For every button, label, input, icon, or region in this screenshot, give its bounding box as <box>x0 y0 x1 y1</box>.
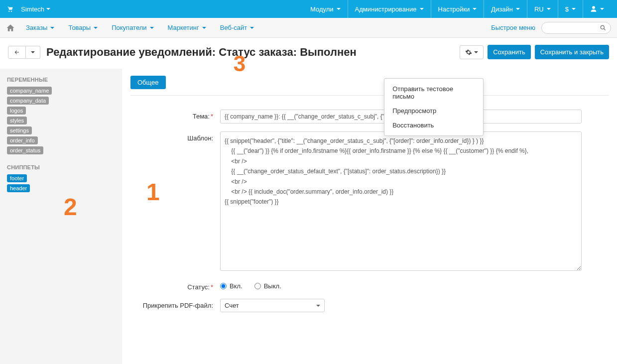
var-tag[interactable]: styles <box>7 117 27 124</box>
back-dropdown[interactable] <box>26 46 40 59</box>
page-header: Редактирование уведомлений: Статус заказ… <box>0 38 617 69</box>
sidebar: ПЕРЕМЕННЫЕ company_name company_data log… <box>0 69 123 364</box>
top-menu-currency[interactable]: $ <box>558 0 583 18</box>
quick-menu-link[interactable]: Быстрое меню <box>491 24 535 31</box>
menu-website[interactable]: Веб-сайт <box>213 18 261 38</box>
variable-list: company_name company_data logos styles s… <box>7 87 115 154</box>
annotation-3: 3 <box>234 51 246 76</box>
topbar: Simtech Модули Администрирование Настрой… <box>0 0 617 18</box>
menu-marketing[interactable]: Маркетинг <box>161 18 213 38</box>
var-tag[interactable]: company_data <box>7 97 49 105</box>
annotation-1: 1 <box>146 178 160 206</box>
gear-menu-send-test[interactable]: Отправить тестовое письмо <box>384 82 483 104</box>
gear-menu-restore[interactable]: Восстановить <box>384 118 483 132</box>
top-menu-lang[interactable]: RU <box>527 0 558 18</box>
status-label: Статус:* <box>130 280 220 291</box>
gear-dropdown: Отправить тестовое письмо Предпросмотр В… <box>384 78 484 136</box>
gear-menu-preview[interactable]: Предпросмотр <box>384 104 483 118</box>
gear-icon <box>465 49 472 56</box>
page-title: Редактирование уведомлений: Статус заказ… <box>46 46 357 59</box>
var-tag[interactable]: order_info <box>7 136 38 144</box>
attach-select[interactable]: Счет <box>220 299 325 312</box>
top-menu-admin[interactable]: Администрирование <box>348 0 431 18</box>
search-input[interactable] <box>541 22 611 34</box>
attach-label: Прикрепить PDF-файл: <box>130 299 220 312</box>
top-menu-user[interactable] <box>583 0 611 18</box>
snippet-tag[interactable]: footer <box>7 174 27 182</box>
top-menu-settings[interactable]: Настройки <box>431 0 484 18</box>
brand-dropdown[interactable]: Simtech <box>21 5 50 13</box>
annotation-2: 2 <box>64 193 77 221</box>
menu-orders[interactable]: Заказы <box>19 18 61 38</box>
svg-line-1 <box>604 28 606 30</box>
sidebar-snip-title: СНИППЕТЫ <box>7 164 115 170</box>
var-tag[interactable]: order_status <box>7 146 43 154</box>
save-close-button[interactable]: Сохранить и закрыть <box>535 45 609 59</box>
home-icon[interactable] <box>6 23 19 32</box>
save-button[interactable]: Сохранить <box>488 45 531 59</box>
snippet-tag[interactable]: header <box>7 184 30 192</box>
menubar: Заказы Товары Покупатели Маркетинг Веб-с… <box>0 18 617 38</box>
template-label: Шаблон: <box>130 131 220 272</box>
menu-products[interactable]: Товары <box>61 18 105 38</box>
top-menu-design[interactable]: Дизайн <box>484 0 527 18</box>
back-button[interactable] <box>8 46 26 59</box>
template-textarea[interactable] <box>220 131 582 271</box>
var-tag[interactable]: company_name <box>7 87 52 95</box>
menu-customers[interactable]: Покупатели <box>105 18 160 38</box>
svg-point-0 <box>601 25 604 29</box>
var-tag[interactable]: settings <box>7 126 32 134</box>
cart-icon <box>6 5 14 12</box>
main-content: Общее 1 Тема:* Шаблон: Статус:* Вкл. Вык… <box>123 69 617 364</box>
gear-button[interactable] <box>460 45 484 59</box>
subject-label: Тема:* <box>130 110 220 123</box>
tab-general[interactable]: Общее <box>130 76 166 89</box>
status-on-radio[interactable]: Вкл. <box>220 282 243 290</box>
status-off-radio[interactable]: Выкл. <box>254 282 281 290</box>
snippet-list: footer header <box>7 174 115 192</box>
sidebar-vars-title: ПЕРЕМЕННЫЕ <box>7 77 115 83</box>
arrow-left-icon <box>13 49 20 55</box>
top-menu-modules[interactable]: Модули <box>303 0 348 18</box>
search-icon <box>600 24 607 31</box>
var-tag[interactable]: logos <box>7 107 26 115</box>
